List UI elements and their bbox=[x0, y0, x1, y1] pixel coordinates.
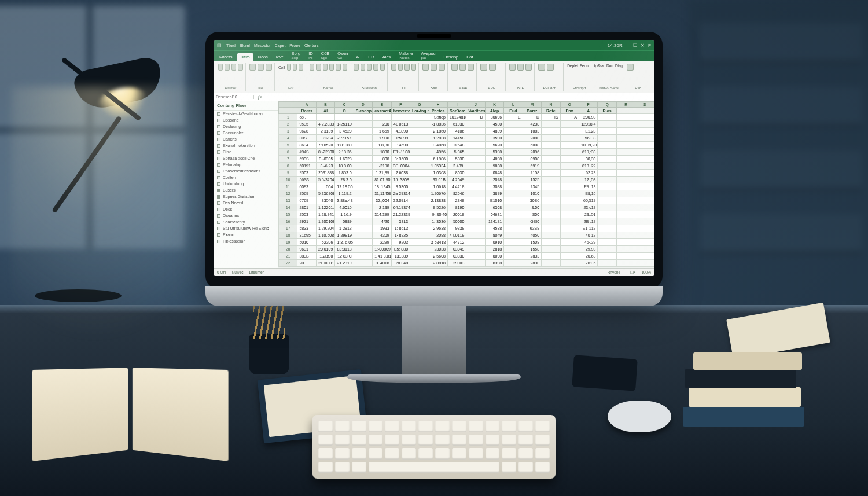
table-row[interactable]: 195010523061:3.-6.05229992033-5841844712… bbox=[279, 239, 654, 246]
table-row[interactable]: 21383B1.2BS012 83 C1 41 3.011313892.5608… bbox=[279, 253, 654, 260]
cell[interactable] bbox=[354, 232, 372, 239]
cell[interactable] bbox=[410, 114, 429, 121]
checkbox-icon[interactable] bbox=[217, 227, 220, 230]
cell[interactable]: 200.98 bbox=[579, 114, 598, 121]
cell[interactable]: 4:4218 bbox=[447, 183, 466, 190]
cell[interactable]: 5830 bbox=[447, 156, 466, 163]
cell[interactable]: -5889 bbox=[335, 218, 354, 225]
cell[interactable]: 1933 bbox=[373, 225, 391, 232]
cell[interactable] bbox=[635, 239, 654, 246]
cell[interactable]: 0910 bbox=[485, 239, 503, 246]
cell[interactable]: 20.63 bbox=[579, 253, 598, 260]
sidebar-item[interactable]: Oceannc bbox=[214, 212, 278, 219]
formula-bar[interactable]: Desoseal10 ƒx bbox=[214, 93, 654, 101]
cell[interactable] bbox=[354, 225, 372, 232]
ribbon-tab[interactable]: Pat bbox=[463, 53, 476, 61]
cell[interactable] bbox=[542, 246, 560, 253]
cell[interactable]: 52306 bbox=[316, 239, 334, 246]
cell[interactable]: 8190 bbox=[447, 204, 466, 211]
sidebar-item[interactable]: Rensies-I-Gewishonys bbox=[214, 111, 278, 117]
cell[interactable]: 2.1860 bbox=[429, 128, 447, 135]
checkbox-icon[interactable] bbox=[217, 144, 220, 148]
cell[interactable] bbox=[560, 149, 579, 156]
cell[interactable] bbox=[598, 183, 616, 190]
cell[interactable]: S00 bbox=[523, 211, 541, 218]
cell[interactable]: D bbox=[466, 114, 485, 121]
cell[interactable] bbox=[466, 232, 485, 239]
cell[interactable]: 5.336809 bbox=[316, 190, 334, 197]
cell[interactable]: 4.2049 bbox=[447, 177, 466, 183]
sidebar-item[interactable]: Fibiessodion bbox=[214, 238, 278, 244]
ribbon-button[interactable] bbox=[293, 64, 297, 71]
cell[interactable]: E1:-11089 bbox=[391, 149, 410, 156]
cell[interactable]: 494S bbox=[297, 149, 316, 156]
cell[interactable]: 8:5300 bbox=[391, 183, 410, 190]
column-header[interactable]: Roms bbox=[297, 108, 316, 114]
ribbon-button[interactable] bbox=[525, 64, 532, 71]
cell[interactable]: 2830 bbox=[523, 260, 541, 267]
cell[interactable]: 8090 bbox=[485, 253, 503, 260]
cell[interactable]: 131389 bbox=[391, 253, 410, 260]
cell[interactable]: 1:28,841 bbox=[316, 211, 334, 218]
cell[interactable]: 62 23 bbox=[579, 170, 598, 177]
cell[interactable] bbox=[616, 170, 635, 177]
ribbon-button[interactable] bbox=[380, 64, 385, 71]
sidebar-item[interactable]: Relonatnp bbox=[214, 161, 278, 168]
cell[interactable]: 1-25119 bbox=[335, 121, 354, 128]
menu-item[interactable]: Capet bbox=[275, 43, 286, 47]
cell[interactable]: HS bbox=[542, 114, 560, 121]
cell[interactable] bbox=[635, 163, 654, 170]
cell[interactable] bbox=[598, 190, 616, 197]
cell[interactable] bbox=[616, 135, 635, 142]
cell[interactable]: 15. 3808 bbox=[391, 177, 410, 183]
checkbox-icon[interactable] bbox=[217, 214, 220, 218]
cell[interactable] bbox=[635, 177, 654, 183]
ribbon-button[interactable] bbox=[468, 64, 474, 71]
column-header[interactable]: Erm bbox=[560, 108, 579, 114]
row-number[interactable]: 9 bbox=[279, 170, 297, 177]
cell[interactable] bbox=[542, 135, 560, 142]
column-header[interactable]: Rote bbox=[542, 108, 560, 114]
ribbon-button[interactable] bbox=[404, 64, 409, 71]
cell[interactable] bbox=[635, 183, 654, 190]
row-number[interactable]: 12 bbox=[279, 190, 297, 197]
ribbon-button[interactable]: Deplet bbox=[567, 64, 578, 68]
cell[interactable] bbox=[616, 211, 635, 218]
sidebar-item[interactable]: Dey Necssl bbox=[214, 200, 278, 206]
ribbon-button[interactable] bbox=[367, 64, 372, 71]
checkbox-icon[interactable] bbox=[217, 233, 220, 237]
cell[interactable]: 1.20676 bbox=[429, 190, 447, 197]
cell[interactable] bbox=[410, 121, 429, 128]
cell[interactable] bbox=[598, 177, 616, 183]
cell[interactable] bbox=[504, 225, 523, 232]
column-letter[interactable]: J bbox=[466, 102, 485, 108]
cell[interactable]: 20:0109 bbox=[316, 246, 334, 253]
cell[interactable] bbox=[598, 114, 616, 121]
cell[interactable]: 3313 bbox=[391, 218, 410, 225]
row-number[interactable]: 21 bbox=[279, 253, 297, 260]
cell[interactable]: 504 bbox=[316, 183, 334, 190]
row-number[interactable]: 13 bbox=[279, 197, 297, 204]
sidebar-item[interactable]: Deos bbox=[214, 206, 278, 212]
cell[interactable] bbox=[542, 190, 560, 197]
cell[interactable]: 32:,004 bbox=[373, 197, 391, 204]
cell[interactable]: 32:0914 bbox=[391, 197, 410, 204]
cell[interactable]: 4/20 bbox=[373, 218, 391, 225]
cell[interactable] bbox=[560, 128, 579, 135]
cell[interactable] bbox=[354, 114, 372, 121]
checkbox-icon[interactable] bbox=[217, 119, 220, 122]
cell[interactable]: 3. 4018 bbox=[373, 260, 391, 267]
ribbon-button[interactable] bbox=[538, 64, 545, 71]
cell[interactable]: 10.09,23 bbox=[579, 142, 598, 149]
column-letter[interactable]: L bbox=[504, 102, 523, 108]
cell[interactable] bbox=[410, 183, 429, 190]
cell[interactable]: 2:853.0 bbox=[335, 170, 354, 177]
cell[interactable] bbox=[410, 239, 429, 246]
cell[interactable]: 1830 bbox=[373, 149, 391, 156]
cell[interactable]: 314,399 bbox=[373, 211, 391, 218]
ribbon-button[interactable] bbox=[489, 64, 496, 71]
ribbon-button[interactable] bbox=[361, 64, 365, 71]
cell[interactable]: 29003 bbox=[447, 260, 466, 267]
cell[interactable] bbox=[616, 232, 635, 239]
cell[interactable]: 4 L0119 bbox=[447, 232, 466, 239]
